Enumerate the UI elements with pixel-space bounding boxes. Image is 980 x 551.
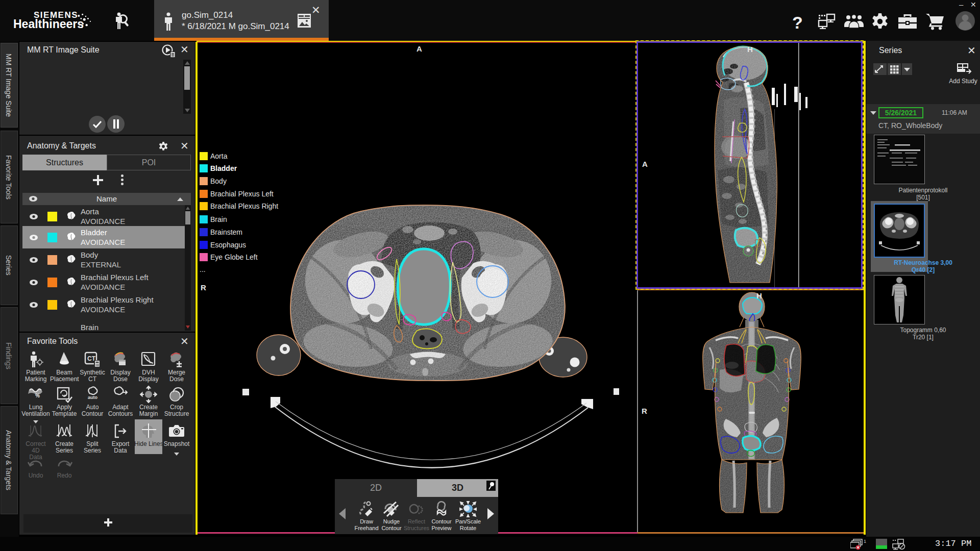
svg-text:1: 1 bbox=[864, 539, 866, 544]
svg-text:Body: Body bbox=[210, 177, 227, 185]
svg-text:Bladder: Bladder bbox=[210, 164, 237, 172]
svg-text:A: A bbox=[642, 160, 648, 168]
svg-text:Brain: Brain bbox=[210, 215, 227, 223]
svg-text:Brainstem: Brainstem bbox=[210, 228, 242, 236]
svg-text:Aorta: Aorta bbox=[210, 152, 228, 160]
svg-text:A: A bbox=[416, 44, 422, 53]
svg-text:...: ... bbox=[200, 265, 206, 273]
svg-text:auto: auto bbox=[88, 395, 98, 400]
svg-text:R: R bbox=[201, 283, 206, 292]
svg-text:Eye Globe Left: Eye Globe Left bbox=[210, 253, 258, 261]
svg-text:Brachial Plexus Right: Brachial Plexus Right bbox=[210, 202, 278, 210]
svg-text:H: H bbox=[747, 45, 753, 54]
svg-text:%: % bbox=[35, 393, 40, 398]
svg-text:Brachial Plexus Left: Brachial Plexus Left bbox=[210, 190, 274, 198]
svg-text:Esophagus: Esophagus bbox=[210, 241, 246, 249]
svg-text:R: R bbox=[642, 407, 647, 415]
svg-text:H: H bbox=[756, 291, 762, 300]
